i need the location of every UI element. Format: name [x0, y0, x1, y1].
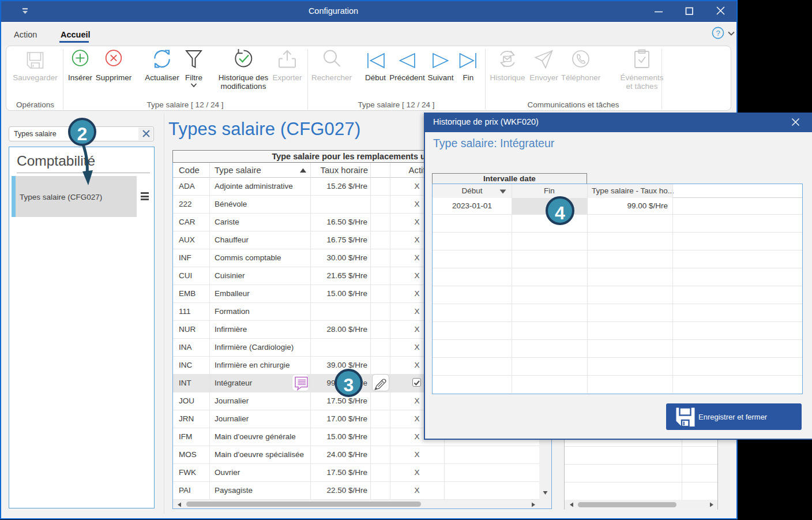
- svg-text:?: ?: [716, 29, 720, 38]
